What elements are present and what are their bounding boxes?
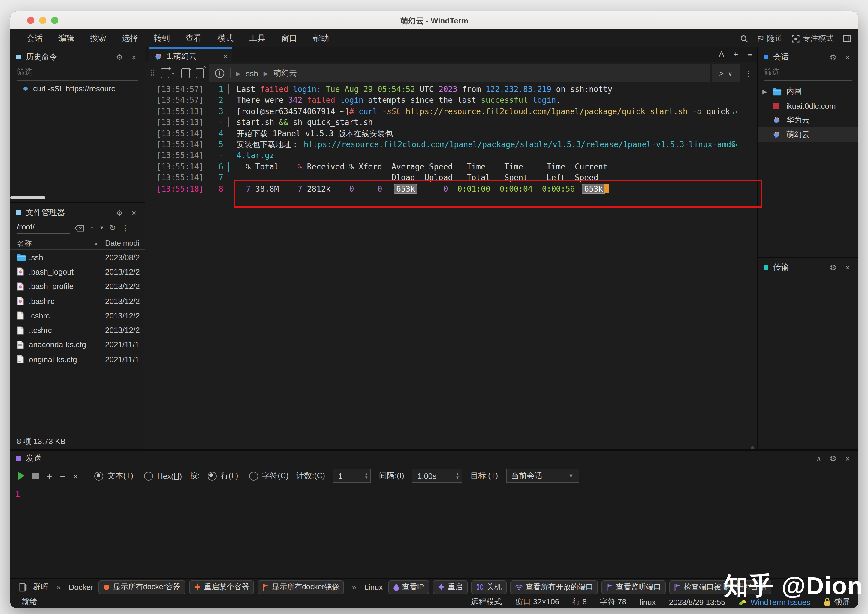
fold-marker-icon[interactable]: [228, 117, 236, 128]
tab-list-icon[interactable]: ≡: [747, 49, 752, 59]
addressbar-kebab-icon[interactable]: ⋮: [739, 69, 757, 78]
session-options-button[interactable]: °: [196, 68, 204, 78]
linux-action-button[interactable]: ⌘关机: [471, 580, 506, 594]
tree-arrow-icon[interactable]: ▶: [763, 88, 768, 95]
history-hscrollbar[interactable]: [10, 196, 45, 199]
send-collapse-icon[interactable]: ∧: [814, 454, 824, 463]
linux-action-button[interactable]: 查看所有开放的端口: [510, 580, 598, 594]
history-close-icon[interactable]: ×: [129, 53, 139, 62]
fold-marker-icon[interactable]: [228, 84, 236, 95]
fold-marker-icon[interactable]: [228, 128, 236, 139]
new-session-button[interactable]: +▼: [161, 68, 175, 78]
files-kebab-icon[interactable]: ⋮: [122, 224, 129, 233]
fold-marker-icon[interactable]: [228, 151, 236, 162]
menu-item-4[interactable]: 选择: [114, 33, 146, 44]
group-docker-label[interactable]: Docker: [68, 583, 93, 591]
linux-action-button[interactable]: 重启: [432, 580, 467, 594]
file-row[interactable]: anaconda-ks.cfg2021/11/1: [10, 337, 145, 352]
file-row[interactable]: original-ks.cfg2021/11/1: [10, 352, 145, 367]
file-row[interactable]: .ssh2023/08/2: [10, 250, 145, 265]
menu-item-1[interactable]: 会话: [19, 33, 50, 44]
layout-icon[interactable]: [843, 35, 851, 42]
interval-stepper[interactable]: 1.00s ▲▼: [412, 469, 462, 483]
send-by-radio[interactable]: 行(L): [208, 470, 238, 481]
column-name[interactable]: 名称: [17, 238, 32, 249]
focus-mode-button[interactable]: 专注模式: [792, 33, 834, 44]
group-linux-label[interactable]: Linux: [364, 583, 383, 591]
up-directory-icon[interactable]: ↑: [90, 224, 94, 233]
search-icon[interactable]: [740, 34, 748, 42]
font-size-icon[interactable]: A: [719, 49, 725, 59]
session-item[interactable]: 萌幻云: [758, 127, 859, 142]
menu-item-5[interactable]: 转到: [146, 33, 178, 44]
new-tab-icon[interactable]: +: [733, 49, 738, 59]
transfer-settings-gear-icon[interactable]: ⚙: [828, 263, 838, 272]
send-clear-icon[interactable]: ×: [73, 471, 78, 481]
status-col[interactable]: 字符 78: [600, 597, 626, 608]
path-input[interactable]: /root/: [17, 222, 70, 234]
files-close-icon[interactable]: ×: [129, 208, 139, 217]
linux-action-button[interactable]: 查看IP: [388, 580, 429, 594]
session-item[interactable]: ikuai.0dlc.com: [758, 98, 859, 113]
refresh-icon[interactable]: ↻: [110, 224, 116, 233]
count-stepper[interactable]: 1 ▲▼: [333, 469, 371, 483]
send-by-radio[interactable]: 字符(C): [249, 470, 288, 481]
menu-item-9[interactable]: 窗口: [273, 33, 305, 44]
menu-item-10[interactable]: 帮助: [305, 33, 337, 44]
send-close-icon[interactable]: ×: [843, 454, 852, 463]
backspace-icon[interactable]: [74, 224, 85, 232]
menu-item-8[interactable]: 工具: [241, 33, 273, 44]
status-row[interactable]: 行 8: [572, 597, 587, 608]
panel-book-icon[interactable]: [19, 583, 28, 591]
sessions-filter-input[interactable]: 筛选: [764, 67, 852, 81]
stepper-arrows-icon[interactable]: ▲▼: [451, 472, 459, 479]
sessions-close-icon[interactable]: ×: [843, 53, 852, 62]
file-row[interactable]: .bashrc2013/12/2: [10, 294, 145, 308]
stepper-arrows-icon[interactable]: ▲▼: [360, 472, 368, 479]
docker-action-button[interactable]: 重启某个容器: [189, 580, 254, 594]
file-row[interactable]: .bash_profile2013/12/2: [10, 279, 145, 294]
files-settings-gear-icon[interactable]: ⚙: [115, 208, 124, 217]
send-add-icon[interactable]: +: [47, 471, 52, 481]
send-format-radio[interactable]: 文本(T): [95, 470, 133, 481]
session-item[interactable]: ▶内网: [758, 84, 859, 98]
breadcrumb-protocol[interactable]: ssh: [246, 69, 258, 78]
prompt-send-button[interactable]: > ∨: [712, 64, 739, 82]
info-icon[interactable]: [215, 68, 225, 78]
up-dropdown-icon[interactable]: ▼: [99, 225, 104, 231]
file-row[interactable]: .tcshrc2013/12/2: [10, 323, 145, 337]
drag-handle-icon[interactable]: [150, 69, 155, 78]
status-window-size[interactable]: 窗口 32×106: [515, 597, 560, 608]
send-remove-icon[interactable]: −: [60, 471, 65, 481]
breadcrumb-session[interactable]: 萌幻云: [273, 68, 297, 79]
history-filter-input[interactable]: 筛选: [17, 67, 138, 81]
fold-marker-icon[interactable]: [228, 95, 236, 106]
sessions-settings-gear-icon[interactable]: ⚙: [828, 53, 838, 62]
send-editor[interactable]: 1: [10, 487, 859, 579]
history-item[interactable]: curl -sSL https://resourc: [10, 81, 145, 97]
send-stop-icon[interactable]: [33, 473, 39, 479]
linux-action-button[interactable]: 查看监听端口: [601, 580, 666, 594]
menu-item-2[interactable]: 编辑: [50, 33, 82, 44]
group-synology-label[interactable]: 群晖: [33, 581, 49, 592]
send-play-icon[interactable]: [18, 472, 25, 480]
status-os[interactable]: linux: [640, 597, 656, 606]
tab-close-icon[interactable]: ×: [223, 52, 228, 61]
close-session-button[interactable]: ×: [181, 68, 190, 78]
docker-action-button[interactable]: 显示所有docker镜像: [257, 580, 344, 594]
files-table-header[interactable]: 名称 ▲ Date modi: [10, 237, 145, 250]
send-settings-gear-icon[interactable]: ⚙: [828, 454, 838, 463]
terminal[interactable]: [13:54:57]1Last failed login: Tue Aug 29…: [145, 84, 757, 449]
status-mode[interactable]: 远程模式: [471, 597, 502, 608]
column-date[interactable]: Date modi: [101, 239, 145, 247]
docker-action-button[interactable]: 显示所有docker容器: [99, 580, 186, 594]
fold-marker-icon[interactable]: [228, 162, 236, 173]
menu-item-3[interactable]: 搜索: [82, 33, 114, 44]
send-format-radio[interactable]: Hex(H): [144, 470, 182, 481]
file-row[interactable]: .cshrc2013/12/2: [10, 308, 145, 323]
menu-item-7[interactable]: 模式: [209, 33, 241, 44]
history-settings-gear-icon[interactable]: ⚙: [115, 53, 124, 62]
tunnel-button[interactable]: 隧道: [757, 33, 783, 44]
target-select[interactable]: 当前会话 ▼: [506, 469, 579, 483]
tab-active[interactable]: 1.萌幻云 ×: [149, 47, 232, 64]
